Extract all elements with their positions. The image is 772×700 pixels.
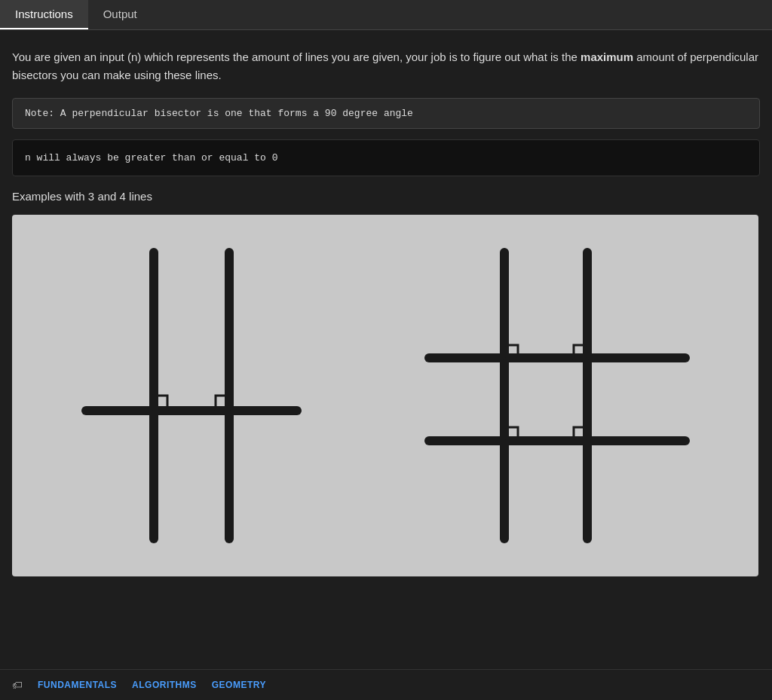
- tab-output[interactable]: Output: [88, 0, 152, 29]
- main-content: You are given an input (n) which represe…: [0, 30, 772, 588]
- footer: 🏷 FUNDAMENTALS ALGORITHMS GEOMETRY: [0, 669, 772, 700]
- tag-algorithms[interactable]: ALGORITHMS: [132, 680, 197, 690]
- constraint-block: n will always be greater than or equal t…: [12, 139, 760, 176]
- tag-fundamentals[interactable]: FUNDAMENTALS: [38, 680, 117, 690]
- tab-bar: Instructions Output: [0, 0, 772, 30]
- diagram-4-lines: [414, 237, 700, 554]
- diagram-container: [12, 215, 758, 576]
- description-bold: maximum: [581, 50, 633, 63]
- note-block: Note: A perpendicular bisector is one th…: [12, 98, 760, 129]
- description-text: You are given an input (n) which represe…: [12, 48, 760, 84]
- examples-label: Examples with 3 and 4 lines: [12, 190, 760, 203]
- tab-instructions[interactable]: Instructions: [0, 0, 88, 29]
- description-before-bold: You are given an input (n) which represe…: [12, 50, 581, 63]
- tag-icon: 🏷: [12, 679, 23, 691]
- tag-geometry[interactable]: GEOMETRY: [212, 680, 266, 690]
- diagram-3-lines: [71, 237, 312, 554]
